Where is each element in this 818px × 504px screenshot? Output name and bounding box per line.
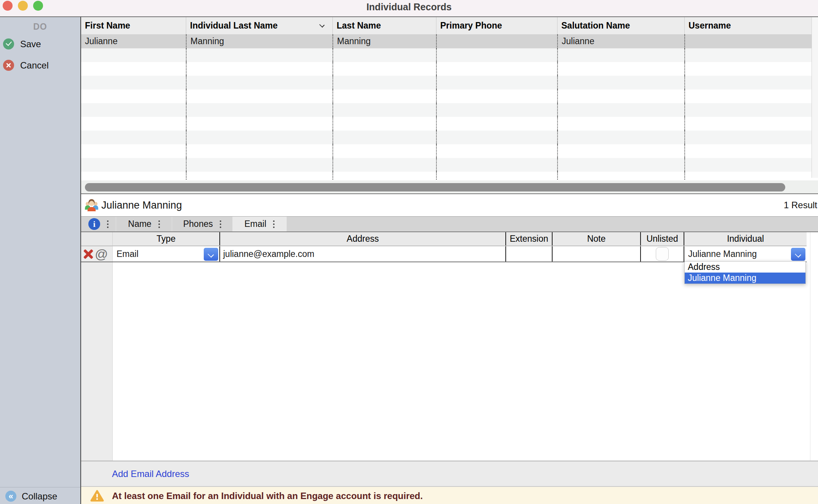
dropdown-option-address[interactable]: Address [685, 262, 805, 273]
dropdown-option-julianne-manning[interactable]: Julianne Manning [685, 273, 805, 284]
table-row-empty[interactable] [81, 158, 812, 172]
tab-email[interactable]: Email [233, 217, 287, 231]
tab-info[interactable]: i [81, 217, 116, 231]
chevron-down-icon[interactable] [791, 248, 805, 261]
table-row-empty[interactable] [81, 76, 812, 89]
horizontal-scrollbar[interactable] [81, 180, 818, 194]
save-button[interactable]: Save [3, 38, 41, 49]
cell-first-name: Julianne [81, 34, 186, 48]
sort-descending-icon [319, 22, 324, 27]
info-icon: i [88, 218, 100, 230]
records-empty-rows [81, 48, 812, 180]
table-row-empty[interactable] [81, 144, 812, 158]
row-actions-column-strip [81, 262, 113, 461]
cancel-button-label: Cancel [20, 60, 49, 71]
email-at-icon: @ [95, 248, 108, 260]
cancel-button[interactable]: Cancel [3, 60, 49, 71]
column-header-unlisted: Unlisted [640, 232, 684, 246]
extension-field[interactable] [505, 246, 552, 262]
column-header-last-name[interactable]: Last Name [332, 17, 436, 34]
records-table-body: Julianne Manning Manning Julianne [81, 34, 812, 180]
table-row-empty[interactable] [81, 89, 812, 103]
cell-primary-phone [436, 34, 557, 48]
kebab-menu-icon[interactable] [220, 220, 221, 228]
email-type-value: Email [117, 249, 139, 259]
column-header-individual-last-name[interactable]: Individual Last Name [186, 17, 332, 34]
row-actions-column-header [81, 232, 113, 246]
table-row-empty[interactable] [81, 48, 812, 62]
people-avatar-icon [85, 198, 99, 212]
table-row-empty[interactable] [81, 172, 812, 180]
email-table-header: Type Address Extension Note Unlisted Ind… [81, 232, 807, 246]
cell-username [684, 34, 812, 48]
column-header-primary-phone[interactable]: Primary Phone [436, 17, 557, 34]
save-button-label: Save [20, 39, 41, 49]
warning-triangle-icon [90, 490, 104, 502]
vertical-scrollbar-gutter [812, 17, 818, 178]
tab-name[interactable]: Name [116, 217, 172, 231]
cell-individual-last-name: Manning [186, 34, 332, 48]
column-header-extension: Extension [505, 232, 552, 246]
kebab-menu-icon[interactable] [273, 220, 275, 228]
title-bar: Individual Records [0, 0, 818, 16]
validation-warning-bar: At least one Email for an Individual wit… [81, 487, 818, 504]
window-title: Individual Records [0, 0, 818, 14]
individual-dropdown-menu: Address Julianne Manning [684, 261, 806, 284]
detail-panel-right-border [810, 232, 810, 461]
table-row-selected[interactable]: Julianne Manning Manning Julianne [81, 34, 812, 48]
column-header-username[interactable]: Username [684, 17, 812, 34]
unlisted-cell [640, 246, 684, 262]
column-header-individual: Individual [684, 232, 807, 246]
cell-last-name: Manning [332, 34, 436, 48]
records-table-header: First Name Individual Last Name Last Nam… [81, 17, 812, 34]
email-address-field[interactable]: julianne@example.com [220, 249, 314, 259]
record-section-header: Julianne Manning 1 Result [81, 194, 818, 216]
add-email-address-link[interactable]: Add Email Address [112, 461, 189, 486]
column-header-type: Type [113, 232, 219, 246]
collapse-chevrons-icon: « [5, 491, 16, 502]
save-check-icon [3, 38, 14, 49]
main-panel: First Name Individual Last Name Last Nam… [81, 16, 818, 504]
delete-row-icon[interactable] [83, 248, 94, 260]
sidebar-header: DO [0, 22, 80, 32]
email-table-row: @ Email julianne@example.com Julianne Ma… [81, 246, 807, 262]
note-field[interactable] [552, 246, 640, 262]
table-row-empty[interactable] [81, 103, 812, 117]
tab-phones[interactable]: Phones [172, 217, 233, 231]
table-row-empty[interactable] [81, 62, 812, 76]
kebab-menu-icon[interactable] [158, 220, 160, 228]
cell-salutation-name: Julianne [557, 34, 684, 48]
email-footer-strip: Add Email Address [81, 461, 818, 487]
table-row-empty[interactable] [81, 117, 812, 131]
sidebar: DO Save Cancel « Collapse [0, 16, 81, 504]
column-header-salutation-name[interactable]: Salutation Name [557, 17, 684, 34]
horizontal-scrollbar-thumb[interactable] [85, 183, 785, 191]
column-header-address: Address [219, 232, 505, 246]
kebab-menu-icon[interactable] [107, 220, 109, 228]
app-window: Individual Records DO Save Cancel « Coll… [0, 0, 818, 504]
cancel-x-icon [3, 60, 14, 71]
column-header-first-name[interactable]: First Name [81, 17, 186, 34]
unlisted-checkbox[interactable] [656, 247, 669, 261]
warning-message: At least one Email for an Individual wit… [112, 491, 423, 501]
email-type-select[interactable]: Email [113, 246, 219, 262]
collapse-button[interactable]: « Collapse [0, 487, 80, 504]
result-count: 1 Result [784, 194, 817, 216]
individual-select[interactable]: Julianne Manning [684, 246, 807, 262]
table-row-empty[interactable] [81, 131, 812, 144]
individual-value: Julianne Manning [688, 249, 757, 259]
collapse-button-label: Collapse [22, 491, 57, 502]
record-title: Julianne Manning [101, 194, 182, 216]
chevron-down-icon[interactable] [204, 248, 218, 261]
column-header-note: Note [552, 232, 640, 246]
detail-tab-bar: i Name Phones Email [81, 216, 818, 232]
